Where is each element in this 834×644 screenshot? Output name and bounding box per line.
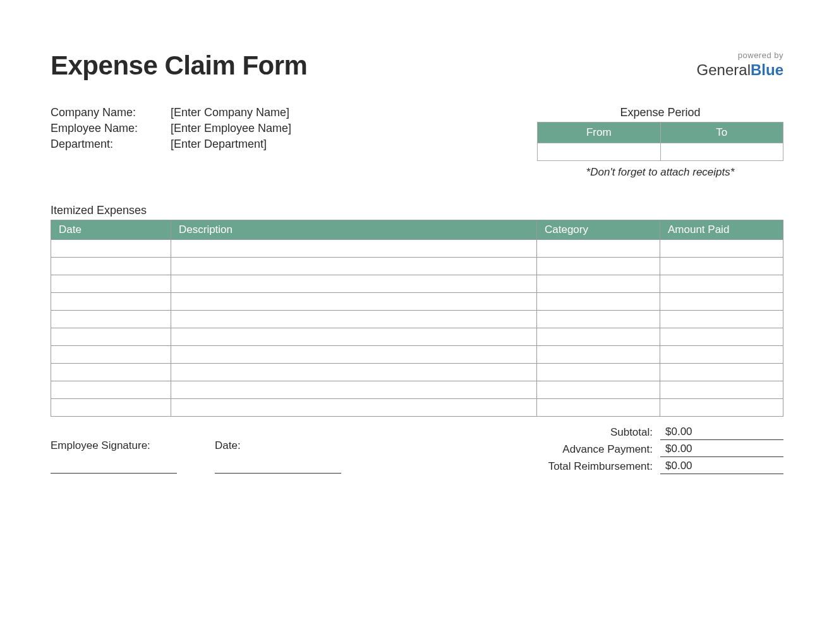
cell-description[interactable]: [171, 328, 537, 346]
cell-description[interactable]: [171, 293, 537, 311]
cell-amount[interactable]: [660, 328, 783, 346]
company-label: Company Name:: [51, 106, 171, 119]
table-row: [51, 346, 783, 364]
receipt-note: *Don't forget to attach receipts*: [537, 166, 783, 179]
department-row: Department: [Enter Department]: [51, 138, 454, 151]
cell-date[interactable]: [51, 381, 171, 399]
col-amount-header: Amount Paid: [660, 220, 783, 240]
cell-category[interactable]: [537, 399, 660, 417]
subtotal-value: $0.00: [660, 424, 783, 440]
itemized-label: Itemized Expenses: [51, 204, 783, 217]
table-row: [51, 381, 783, 399]
cell-category[interactable]: [537, 275, 660, 293]
cell-description[interactable]: [171, 258, 537, 275]
table-row: [51, 399, 783, 417]
reimbursement-value: $0.00: [660, 458, 783, 474]
cell-amount[interactable]: [660, 258, 783, 275]
cell-description[interactable]: [171, 399, 537, 417]
cell-category[interactable]: [537, 381, 660, 399]
period-from-input[interactable]: [538, 143, 661, 161]
brand-logo: powered by GeneralBlue: [697, 51, 783, 79]
brand-part-1: General: [697, 61, 751, 78]
period-to-input[interactable]: [660, 143, 783, 161]
cell-description[interactable]: [171, 240, 537, 258]
col-description-header: Description: [171, 220, 537, 240]
cell-category[interactable]: [537, 258, 660, 275]
table-row: [51, 240, 783, 258]
cell-category[interactable]: [537, 328, 660, 346]
date-line[interactable]: [215, 455, 341, 474]
cell-category[interactable]: [537, 311, 660, 328]
cell-amount[interactable]: [660, 293, 783, 311]
cell-description[interactable]: [171, 275, 537, 293]
table-row: [51, 258, 783, 275]
col-category-header: Category: [537, 220, 660, 240]
cell-amount[interactable]: [660, 399, 783, 417]
period-table: From To: [537, 122, 783, 161]
employee-label: Employee Name:: [51, 122, 171, 135]
cell-description[interactable]: [171, 364, 537, 381]
reimbursement-label: Total Reimbursement:: [548, 460, 660, 473]
cell-description[interactable]: [171, 311, 537, 328]
cell-description[interactable]: [171, 381, 537, 399]
expense-table: Date Description Category Amount Paid: [51, 220, 783, 417]
period-title: Expense Period: [537, 106, 783, 119]
cell-amount[interactable]: [660, 275, 783, 293]
cell-category[interactable]: [537, 240, 660, 258]
period-from-header: From: [538, 122, 661, 143]
table-row: [51, 275, 783, 293]
company-input[interactable]: [Enter Company Name]: [171, 106, 289, 119]
cell-category[interactable]: [537, 346, 660, 364]
department-label: Department:: [51, 138, 171, 151]
page-title: Expense Claim Form: [51, 51, 307, 81]
cell-date[interactable]: [51, 311, 171, 328]
employee-row: Employee Name: [Enter Employee Name]: [51, 122, 454, 135]
employee-input[interactable]: [Enter Employee Name]: [171, 122, 291, 135]
cell-amount[interactable]: [660, 346, 783, 364]
table-row: [51, 364, 783, 381]
brand-name: GeneralBlue: [697, 61, 783, 79]
brand-part-2: Blue: [751, 61, 783, 78]
signature-line[interactable]: [51, 455, 177, 474]
company-row: Company Name: [Enter Company Name]: [51, 106, 454, 119]
powered-by-text: powered by: [697, 51, 783, 60]
cell-date[interactable]: [51, 328, 171, 346]
cell-amount[interactable]: [660, 364, 783, 381]
cell-date[interactable]: [51, 240, 171, 258]
table-row: [51, 328, 783, 346]
advance-label: Advance Payment:: [562, 443, 660, 456]
cell-date[interactable]: [51, 275, 171, 293]
cell-date[interactable]: [51, 399, 171, 417]
cell-amount[interactable]: [660, 381, 783, 399]
table-row: [51, 311, 783, 328]
department-input[interactable]: [Enter Department]: [171, 138, 267, 151]
date-label: Date:: [215, 439, 341, 452]
cell-category[interactable]: [537, 293, 660, 311]
cell-date[interactable]: [51, 364, 171, 381]
advance-value[interactable]: $0.00: [660, 441, 783, 457]
col-date-header: Date: [51, 220, 171, 240]
subtotal-label: Subtotal:: [610, 426, 660, 439]
cell-date[interactable]: [51, 346, 171, 364]
cell-amount[interactable]: [660, 311, 783, 328]
cell-category[interactable]: [537, 364, 660, 381]
cell-description[interactable]: [171, 346, 537, 364]
cell-date[interactable]: [51, 293, 171, 311]
cell-date[interactable]: [51, 258, 171, 275]
signature-label: Employee Signature:: [51, 439, 177, 452]
table-row: [51, 293, 783, 311]
cell-amount[interactable]: [660, 240, 783, 258]
period-to-header: To: [660, 122, 783, 143]
